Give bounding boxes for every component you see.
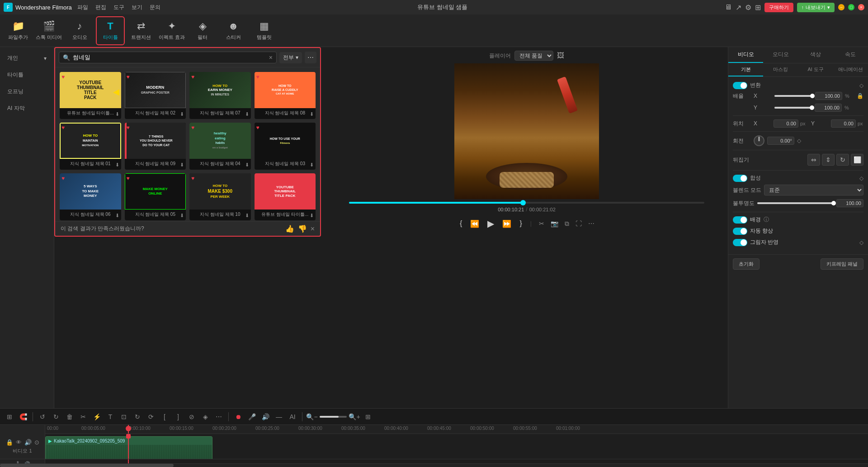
crop-button[interactable]: ⊡ — [118, 411, 130, 423]
search-more-button[interactable]: ⋯ — [305, 52, 316, 63]
speaker-icon[interactable]: 🔊 — [24, 439, 32, 446]
tool-template[interactable]: ▦ 템플릿 — [250, 16, 278, 45]
cut-button[interactable]: ✂ — [77, 411, 89, 423]
close-button[interactable]: × — [858, 4, 864, 10]
more-tl-button[interactable]: ⋯ — [213, 411, 225, 423]
flip-v-button[interactable]: ⇕ — [822, 154, 835, 166]
split-button[interactable]: ⚡ — [91, 411, 103, 423]
loop-button[interactable]: ⟳ — [145, 411, 157, 423]
add-marker-button[interactable]: ◈ — [199, 411, 211, 423]
auto-enhance-toggle[interactable] — [733, 228, 747, 235]
thumb-item-money-online[interactable]: ♥ MAKE MONEYONLINE ⬇ 지식 썸네일 제목 05 — [125, 173, 186, 220]
tool-file-add[interactable]: 📁 파일추가 — [4, 16, 33, 45]
voice-button[interactable]: 🎤 — [246, 411, 258, 423]
rotate-tl-button[interactable]: ↻ — [132, 411, 143, 423]
silent-detect-button[interactable]: — — [273, 411, 285, 423]
tool-stock-media[interactable]: 🎬 스톡 미디어 — [34, 16, 63, 45]
flip-r-button[interactable]: ↻ — [836, 154, 849, 166]
composite-toggle[interactable] — [733, 175, 747, 182]
screenshot-button[interactable]: 📷 — [550, 219, 559, 228]
preview-progress-bar[interactable] — [349, 202, 705, 204]
thumb-item-7things[interactable]: ♥ 7 THINGSYOU SHOULD NEVERDO TO YOUR CAT… — [125, 123, 186, 170]
play-button[interactable]: ▶ — [486, 217, 496, 230]
step-back-button[interactable]: ⏪ — [468, 219, 481, 229]
subtab-masking[interactable]: 마스킹 — [763, 63, 798, 76]
zoom-slider[interactable] — [320, 416, 347, 418]
delete-button[interactable]: 🗑 — [64, 411, 75, 423]
trim-end-button[interactable]: ] — [172, 411, 184, 423]
quality-selector[interactable]: 전체 품질 — [514, 51, 553, 61]
thumb-item-earn[interactable]: ♥ HOW TOEARN MONEYIN MINUTES ⬇ 지식 썸네일 제목… — [189, 72, 251, 119]
step-fwd-button[interactable]: ⏩ — [500, 219, 513, 229]
search-input[interactable] — [73, 54, 266, 61]
record-button[interactable]: ⏺ — [232, 411, 244, 423]
lock-track-icon[interactable]: 🔒 — [6, 439, 13, 446]
tab-speed[interactable]: 속도 — [833, 47, 868, 63]
detach-button[interactable]: ⊘ — [186, 411, 198, 423]
buy-button[interactable]: 구매하기 — [764, 3, 793, 12]
eye-icon[interactable]: 👁 — [16, 439, 22, 446]
menu-file[interactable]: 파일 — [77, 4, 88, 11]
tool-sticker[interactable]: ☻ 스티커 — [219, 16, 248, 45]
settings-icon[interactable]: ⚙ — [745, 3, 751, 12]
tool-titles[interactable]: T 타이틀 — [96, 16, 125, 45]
background-toggle[interactable] — [733, 216, 747, 224]
pos-x-input[interactable] — [774, 119, 798, 128]
undo-button[interactable]: ↺ — [37, 411, 48, 423]
transform-toggle[interactable] — [733, 82, 747, 89]
shadow-toggle[interactable] — [733, 239, 747, 246]
more-tl-button-2[interactable]: ⊞ — [362, 411, 374, 423]
tab-color[interactable]: 색상 — [798, 47, 833, 63]
thumb-item-raise[interactable]: ♥ HOW TORAISE A CUDDLYCAT AT HOME ⬇ 지식 썸… — [255, 72, 316, 119]
target-icon[interactable]: ⊙ — [34, 439, 39, 446]
zoom-out-button[interactable]: 🔍− — [306, 411, 318, 423]
thumb-item-howto2[interactable]: ♥ HOW TO USE YOURFilmora ⬇ 지식 썸네일 제목 03 — [255, 123, 316, 170]
thumb-item-5ways[interactable]: ♥ 5 WAYSTO MAKEMONEY ⬇ 지식 썸네일 제목 06 — [60, 173, 121, 220]
sidebar-item-personal[interactable]: 개인 ▾ — [2, 51, 52, 66]
thumb-item-healthy[interactable]: ♥ healthyeatinghabitson a budget ⬇ 지식 썸네… — [189, 123, 251, 170]
sidebar-item-titles[interactable]: 타이틀 — [2, 67, 52, 82]
thumb-item-howto[interactable]: ♥ HOW TOMAINTAINMOTIVATION ⬇ 지식 썸네일 제목 0… — [60, 123, 121, 170]
rotation-input[interactable] — [767, 137, 794, 145]
opacity-slider[interactable] — [757, 202, 834, 204]
pip-button[interactable]: ⧉ — [564, 219, 570, 229]
minimize-button[interactable]: – — [838, 4, 844, 10]
export-button[interactable]: ↑ 내보내기 ▾ — [797, 3, 835, 12]
text-button[interactable]: T — [104, 411, 116, 423]
maximize-button[interactable]: □ — [848, 4, 854, 10]
keyframe-button[interactable]: 키프레임 패널 — [821, 258, 863, 270]
thumb-item-yt-pack-1[interactable]: ♥ YOUTUBETHUMBNAILTITLEPACK ◀ ⬇ 유튜브 썸네일 … — [60, 72, 121, 119]
search-filter-button[interactable]: 전부 ▾ — [279, 52, 302, 63]
preview-image-icon[interactable]: 🖼 — [557, 52, 564, 60]
tool-audio[interactable]: ♪ 오디오 — [65, 16, 94, 45]
thumbup-button[interactable]: 👍 — [285, 224, 294, 233]
subtab-animation[interactable]: 애니메이션 — [833, 63, 868, 76]
tab-video[interactable]: 비디오 — [728, 47, 763, 63]
menu-help[interactable]: 문의 — [150, 4, 160, 11]
more-button[interactable]: ⋯ — [587, 219, 595, 228]
fullscreen-button[interactable]: ⛶ — [575, 219, 583, 228]
rotation-expand-icon[interactable]: ◇ — [797, 138, 801, 144]
composite-expand-icon[interactable]: ◇ — [859, 175, 863, 181]
reset-button[interactable]: 초기화 — [733, 258, 760, 270]
share-icon[interactable]: ↗ — [736, 3, 741, 12]
search-clear-button[interactable]: × — [269, 54, 273, 61]
progress-thumb[interactable] — [520, 200, 526, 205]
menu-view[interactable]: 보기 — [132, 4, 142, 11]
timeline-scrollbar[interactable] — [0, 463, 868, 467]
thumb-item-modern[interactable]: ♥ MODERNGRAPHIC POSTER ⬇ 지식 썸네일 제목 02 — [125, 72, 186, 119]
zoom-in-button[interactable]: 🔍+ — [349, 411, 360, 423]
transform-expand-icon[interactable]: ◇ — [859, 82, 863, 89]
opacity-input[interactable] — [836, 199, 863, 207]
sidebar-item-ai-subtitle[interactable]: AI 자막 — [2, 101, 52, 116]
prev-button[interactable]: { — [458, 219, 464, 229]
subtab-basic[interactable]: 기본 — [728, 63, 763, 76]
lock-icon[interactable]: 🔒 — [857, 93, 863, 99]
thumbdown-button[interactable]: 👎 — [298, 224, 307, 233]
trim-start-button[interactable]: [ — [159, 411, 170, 423]
flip-copy-button[interactable]: ⬜ — [851, 154, 863, 166]
rotation-wheel[interactable] — [754, 135, 764, 146]
thumb-item-yt-pack-2[interactable]: ♥ YOUTUBETHUMBNAILTITLE PACK ⬇ 유튜브 썸네일 타… — [255, 173, 316, 220]
snap-toggle[interactable]: ⊞ — [4, 411, 15, 423]
scale-y-thumb[interactable] — [810, 105, 814, 110]
